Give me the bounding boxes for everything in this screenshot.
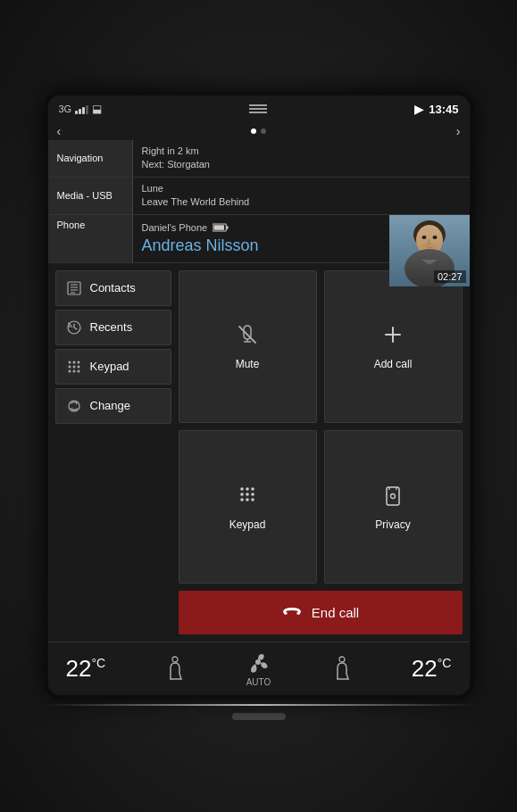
- contacts-icon: [65, 280, 83, 296]
- media-line2: Leave The World Behind: [142, 195, 461, 209]
- add-call-icon: [380, 322, 405, 352]
- mute-icon: [235, 322, 260, 352]
- svg-point-42: [246, 498, 249, 501]
- svg-point-48: [172, 657, 178, 662]
- temp-left-unit: °C: [91, 656, 105, 670]
- svg-point-25: [77, 365, 79, 368]
- bluetooth-icon: ⬓: [92, 103, 102, 115]
- svg-point-43: [251, 498, 254, 501]
- controls-area: Contacts Recents: [48, 263, 470, 642]
- svg-rect-5: [214, 225, 225, 229]
- nav-left-arrow[interactable]: ‹: [57, 124, 62, 138]
- dot-1: [251, 128, 256, 134]
- bottom-handle: [232, 713, 286, 720]
- svg-point-9: [421, 236, 426, 239]
- svg-point-24: [72, 365, 75, 368]
- svg-rect-44: [387, 487, 399, 505]
- svg-point-10: [432, 236, 437, 239]
- keypad-menu-item[interactable]: Keypad: [55, 349, 171, 385]
- nav-line2: Next: Storgatan: [142, 158, 461, 171]
- bottom-control-row: Keypad: [179, 430, 463, 584]
- media-content: Lune Leave The World Behind: [133, 178, 470, 214]
- signal-bar-3: [82, 107, 85, 114]
- temp-right-display: 22°C: [412, 655, 452, 683]
- play-icon: ▶: [414, 103, 423, 116]
- left-menu: Contacts Recents: [55, 270, 171, 634]
- svg-point-22: [77, 360, 79, 363]
- privacy-icon: [380, 483, 405, 513]
- end-call-label: End call: [312, 605, 359, 620]
- media-line1: Lune: [142, 182, 461, 195]
- right-controls: Mute Add call: [179, 270, 463, 634]
- page-dots: [251, 128, 266, 134]
- phone-header: Phone Daniel's Phone: [48, 215, 470, 263]
- signal-bar-1: [75, 111, 78, 114]
- status-left: 3G ⬓: [59, 103, 103, 115]
- climate-bar: 22°C AUT: [48, 642, 470, 695]
- caller-photo: 02:27: [389, 215, 470, 286]
- mute-button[interactable]: Mute: [179, 270, 317, 424]
- svg-point-23: [68, 365, 71, 368]
- svg-point-28: [77, 369, 79, 372]
- svg-point-41: [240, 498, 244, 501]
- menu-icon: [247, 103, 269, 113]
- signal-bar-2: [79, 109, 81, 114]
- change-label: Change: [90, 399, 131, 412]
- temp-right-unit: °C: [438, 656, 452, 670]
- keypad-ctrl-icon: [235, 483, 260, 513]
- privacy-label: Privacy: [375, 518, 410, 531]
- svg-point-45: [391, 494, 396, 499]
- status-bar: 3G ⬓ ▶: [48, 95, 470, 122]
- svg-point-38: [240, 493, 244, 496]
- status-center: [247, 103, 269, 116]
- svg-rect-4: [227, 226, 229, 229]
- svg-point-37: [251, 487, 254, 491]
- change-menu-item[interactable]: Change: [55, 388, 171, 424]
- keypad-icon: [65, 359, 83, 375]
- media-info-bar: Media - USB Lune Leave The World Behind: [48, 178, 470, 215]
- clock-time: 13:45: [429, 103, 458, 116]
- contacts-menu-item[interactable]: Contacts: [55, 270, 171, 306]
- fan-svg: [245, 650, 271, 675]
- signal-bar-4: [86, 105, 88, 114]
- status-right: ▶ 13:45: [414, 103, 458, 116]
- privacy-button[interactable]: Privacy: [324, 430, 463, 584]
- svg-point-40: [251, 493, 254, 496]
- svg-point-49: [255, 659, 261, 665]
- top-control-row: Mute Add call: [179, 270, 463, 424]
- nav-right-arrow[interactable]: ›: [456, 124, 461, 138]
- network-label: 3G: [59, 104, 72, 114]
- temp-left-value: 22°C: [66, 655, 106, 682]
- signal-bars: [75, 104, 88, 114]
- svg-point-50: [339, 657, 345, 662]
- call-timer: 02:27: [434, 270, 466, 283]
- svg-point-20: [68, 360, 71, 363]
- temp-right-number: 22: [412, 655, 438, 682]
- add-call-button[interactable]: Add call: [324, 270, 463, 424]
- fan-auto-label: AUTO: [246, 677, 271, 687]
- navigation-content: Right in 2 km Next: Storgatan: [133, 140, 470, 177]
- svg-point-21: [72, 360, 75, 363]
- add-call-label: Add call: [374, 358, 413, 370]
- media-label: Media - USB: [48, 178, 133, 214]
- svg-point-36: [246, 487, 249, 491]
- seat-right-icon[interactable]: [330, 656, 354, 683]
- keypad-button[interactable]: Keypad: [179, 430, 317, 584]
- screen: 3G ⬓ ▶: [48, 95, 470, 695]
- nav-line1: Right in 2 km: [142, 145, 461, 158]
- svg-point-26: [68, 369, 71, 372]
- recents-menu-item[interactable]: Recents: [55, 310, 171, 345]
- dot-2: [261, 128, 266, 134]
- device-name: Daniel's Phone: [142, 222, 208, 233]
- recents-icon: [65, 319, 83, 336]
- fan-icon[interactable]: AUTO: [245, 650, 271, 687]
- phone-label: Phone: [48, 215, 133, 262]
- end-call-phone-icon: [281, 603, 303, 622]
- screen-outer: 3G ⬓ ▶: [45, 92, 473, 699]
- accent-line: [45, 704, 473, 706]
- seat-left-icon[interactable]: [163, 656, 187, 683]
- mute-label: Mute: [236, 358, 260, 370]
- keypad-ctrl-label: Keypad: [229, 518, 266, 531]
- end-call-button[interactable]: End call: [179, 591, 463, 634]
- keypad-label: Keypad: [90, 360, 129, 373]
